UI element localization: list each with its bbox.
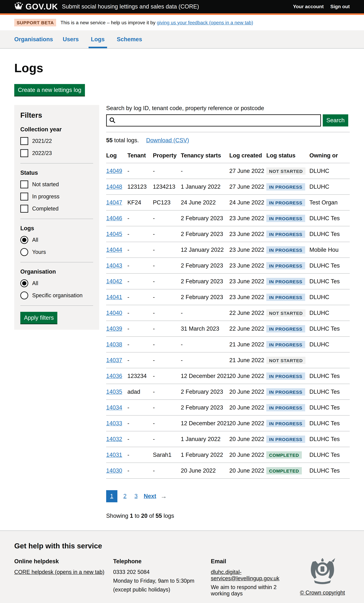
- checkbox-label[interactable]: Not started: [32, 181, 59, 188]
- checkbox-label[interactable]: In progress: [32, 193, 59, 200]
- site-header: GOV.UK Submit social housing lettings an…: [0, 0, 364, 15]
- radio-button[interactable]: [20, 279, 28, 287]
- royal-coat-of-arms-icon: [308, 558, 337, 587]
- log-id-link[interactable]: 14045: [106, 231, 122, 237]
- tenant-cell: -: [127, 463, 153, 478]
- log-id-link[interactable]: 14030: [106, 467, 122, 474]
- log-id-link[interactable]: 14033: [106, 420, 122, 427]
- search-input[interactable]: [106, 114, 321, 127]
- radio-label[interactable]: Specific organisation: [32, 292, 82, 299]
- checkbox-label[interactable]: 2021/22: [32, 138, 52, 144]
- log-id-link[interactable]: 14036: [106, 373, 122, 379]
- download-csv-link[interactable]: Download (CSV): [146, 137, 189, 144]
- tab-schemes[interactable]: Schemes: [117, 30, 142, 48]
- log-id-link[interactable]: 14044: [106, 247, 122, 253]
- email-link[interactable]: dluhc.digital-services@levellingup.gov.u…: [211, 569, 279, 581]
- total-logs-suffix: total logs.: [113, 137, 139, 143]
- showing-total: 55: [155, 513, 162, 519]
- owning-org-cell: DLUHC Tes: [309, 321, 350, 336]
- log-id-link[interactable]: 14046: [106, 215, 122, 221]
- checkbox-not-started[interactable]: Not started: [20, 180, 93, 188]
- tenancy-starts-cell: 12 December 2021: [181, 415, 229, 431]
- log-id-link[interactable]: 14039: [106, 325, 122, 332]
- owning-org-cell: DLUHC Tes: [309, 273, 350, 289]
- log-id-link[interactable]: 14040: [106, 310, 122, 316]
- showing-text: logs: [162, 513, 174, 519]
- next-page-link[interactable]: Next: [144, 493, 156, 499]
- page-title: Logs: [14, 61, 350, 75]
- property-cell: -: [153, 242, 181, 258]
- checkbox-label[interactable]: Completed: [32, 206, 59, 212]
- table-row: 14039 - - 31 March 2023 22 June 2022 IN …: [106, 321, 350, 336]
- table-row: 14042 - - 2 February 2023 23 June 2022 I…: [106, 273, 350, 289]
- tenant-cell: adad: [127, 384, 153, 400]
- table-row: 14034 - - 2 February 2023 20 June 2022 I…: [106, 400, 350, 415]
- page-3-link[interactable]: 3: [133, 490, 139, 502]
- radio-button[interactable]: [20, 248, 28, 256]
- checkbox-box[interactable]: [20, 149, 28, 157]
- owning-org-cell: DLUHC: [309, 163, 350, 179]
- tab-organisations[interactable]: Organisations: [14, 30, 53, 48]
- radio-button[interactable]: [20, 291, 28, 299]
- checkbox-in-progress[interactable]: In progress: [20, 193, 93, 200]
- checkbox-completed[interactable]: Completed: [20, 205, 93, 213]
- log-id-link[interactable]: 14042: [106, 278, 122, 285]
- checkbox-box[interactable]: [20, 193, 28, 200]
- log-id-link[interactable]: 14038: [106, 341, 122, 348]
- govuk-logo-link[interactable]: GOV.UK: [14, 2, 58, 12]
- page-2-link[interactable]: 2: [121, 490, 128, 502]
- create-lettings-log-button[interactable]: Create a new lettings log: [14, 84, 85, 96]
- log-created-cell: 27 June 2022: [229, 179, 266, 195]
- log-id-link[interactable]: 14049: [106, 168, 122, 174]
- table-row: 14037 - - - 21 June 2022 NOT STARTED: [106, 352, 350, 368]
- radio-label[interactable]: All: [32, 280, 38, 287]
- checkbox-box[interactable]: [20, 137, 28, 145]
- log-created-cell: 20 June 2022: [229, 431, 266, 447]
- core-helpdesk-link[interactable]: CORE helpdesk (opens in a new tab): [14, 569, 104, 575]
- tab-logs[interactable]: Logs: [88, 30, 107, 48]
- log-id-link[interactable]: 14032: [106, 436, 122, 442]
- crown-copyright-link[interactable]: © Crown copyright: [300, 590, 345, 596]
- radio-logs-yours[interactable]: Yours: [20, 248, 93, 256]
- tenant-cell: -: [127, 305, 153, 321]
- tenant-cell: -: [127, 415, 153, 431]
- radio-logs-all[interactable]: All: [20, 236, 93, 244]
- property-cell: -: [153, 226, 181, 242]
- col-log-created: Log created: [229, 148, 266, 163]
- radio-button[interactable]: [20, 236, 28, 244]
- log-id-link[interactable]: 14037: [106, 357, 122, 363]
- feedback-link[interactable]: giving us your feedback (opens in a new …: [157, 20, 253, 25]
- owning-org-cell: DLUHC Tes: [309, 415, 350, 431]
- radio-org-all[interactable]: All: [20, 279, 93, 287]
- sign-out-link[interactable]: Sign out: [330, 4, 350, 9]
- owning-org-cell: DLUHC: [309, 305, 350, 321]
- search-button[interactable]: Search: [323, 114, 348, 127]
- log-id-link[interactable]: 14031: [106, 452, 122, 458]
- apply-filters-button[interactable]: Apply filters: [20, 312, 57, 324]
- checkbox-box[interactable]: [20, 205, 28, 213]
- table-row: 14047 KF24 PC123 24 June 2022 24 June 20…: [106, 195, 350, 210]
- log-created-cell: 23 June 2022: [229, 210, 266, 226]
- service-name-link[interactable]: Submit social housing lettings and sales…: [62, 3, 199, 10]
- checkbox-2022-23[interactable]: 2022/23: [20, 149, 93, 157]
- page-1-link[interactable]: 1: [106, 490, 117, 502]
- checkbox-box[interactable]: [20, 180, 28, 188]
- owning-org-cell: DLUHC Tes: [309, 447, 350, 463]
- radio-label[interactable]: Yours: [32, 249, 46, 255]
- tenant-cell: -: [127, 258, 153, 273]
- your-account-link[interactable]: Your account: [293, 4, 324, 9]
- property-cell: -: [153, 305, 181, 321]
- email-note: We aim to respond within 2 working days: [211, 584, 295, 597]
- log-id-link[interactable]: 14047: [106, 199, 122, 206]
- radio-org-specific[interactable]: Specific organisation: [20, 291, 93, 299]
- log-id-link[interactable]: 14035: [106, 389, 122, 395]
- checkbox-label[interactable]: 2022/23: [32, 150, 52, 156]
- radio-label[interactable]: All: [32, 237, 38, 243]
- tab-users[interactable]: Users: [63, 30, 79, 48]
- log-id-link[interactable]: 14034: [106, 404, 122, 411]
- log-id-link[interactable]: 14048: [106, 184, 122, 190]
- log-id-link[interactable]: 14041: [106, 294, 122, 300]
- checkbox-2021-22[interactable]: 2021/22: [20, 137, 93, 145]
- status-heading: Status: [20, 170, 93, 176]
- log-id-link[interactable]: 14043: [106, 262, 122, 269]
